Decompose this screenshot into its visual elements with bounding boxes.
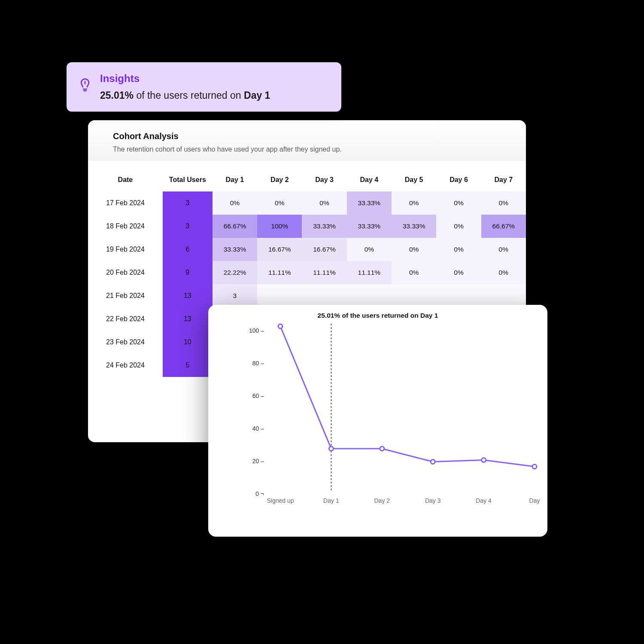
insights-title: Insights [100,73,270,85]
column-header: Day 3 [302,168,346,191]
retention-cell [481,284,526,307]
x-tick-label: Signed up [267,497,294,504]
retention-cell: 0% [213,191,257,215]
retention-cell [347,284,392,307]
x-tick-label: Day 2 [374,497,390,504]
retention-cell: 0% [392,191,436,215]
column-header: Date [88,168,163,191]
retention-cell: 0% [392,238,436,261]
retention-cell: 11.11% [347,261,392,284]
retention-cell: 33.33% [302,215,346,238]
retention-cell: 33.33% [213,238,257,261]
insights-content: Insights 25.01% of the users returned on… [100,73,270,101]
total-users-cell: 10 [163,331,213,354]
plot-area [268,326,535,489]
retention-cell: 33.33% [347,191,392,215]
date-cell: 24 Feb 2024 [88,354,163,377]
retention-series-line [280,326,535,467]
retention-cell: 0% [481,261,526,284]
retention-data-point[interactable] [329,447,333,451]
date-cell: 18 Feb 2024 [88,215,163,238]
retention-cell: 0% [436,191,481,215]
lightbulb-icon [79,75,91,92]
table-row: 21 Feb 2024133 [88,284,526,307]
x-tick-label: Day 1 [323,497,339,504]
retention-chart[interactable]: 020406080100 Signed upDay 1Day 2Day 3Day… [217,322,539,516]
retention-cell [392,284,436,307]
retention-cell: 3 [213,284,257,307]
date-cell: 21 Feb 2024 [88,284,163,307]
date-cell: 17 Feb 2024 [88,191,163,215]
x-tick-label: Day 4 [476,497,492,504]
insights-text: 25.01% of the users returned on Day 1 [100,90,270,101]
retention-data-point[interactable] [431,459,435,464]
retention-cell: 0% [302,191,346,215]
retention-cell: 0% [481,238,526,261]
retention-cell: 16.67% [302,238,346,261]
table-row: 19 Feb 2024633.33%16.67%16.67%0%0%0%0% [88,238,526,261]
retention-cell: 33.33% [347,215,392,238]
total-users-cell: 13 [163,284,213,307]
cohort-header-row: DateTotal UsersDay 1Day 2Day 3Day 4Day 5… [88,168,526,191]
retention-cell: 0% [392,261,436,284]
date-cell: 22 Feb 2024 [88,307,163,331]
y-tick-label: 100 [249,327,264,334]
cohort-header: Cohort Analysis The retention cohort of … [88,120,526,161]
y-tick-label: 80 [252,360,264,367]
retention-cell: 11.11% [302,261,346,284]
column-header: Day 4 [347,168,392,191]
column-header: Day 2 [257,168,302,191]
retention-cell [257,284,302,307]
retention-cell: 16.67% [257,238,302,261]
total-users-cell: 6 [163,238,213,261]
retention-cell: 0% [481,191,526,215]
total-users-cell: 3 [163,191,213,215]
retention-data-point[interactable] [278,324,283,328]
total-users-cell: 5 [163,354,213,377]
retention-cell: 22.22% [213,261,257,284]
insights-day: Day 1 [244,90,270,101]
insights-card: Insights 25.01% of the users returned on… [67,62,341,112]
retention-cell: 100% [257,215,302,238]
retention-data-point[interactable] [380,447,384,451]
total-users-cell: 9 [163,261,213,284]
retention-cell [302,284,346,307]
y-tick-label: 20 [252,458,264,465]
retention-cell: 0% [436,215,481,238]
y-axis: 020406080100 [217,326,268,489]
retention-cell: 11.11% [257,261,302,284]
retention-cell: 0% [436,238,481,261]
cohort-title: Cohort Analysis [113,131,509,141]
table-row: 20 Feb 2024922.22%11.11%11.11%11.11%0%0%… [88,261,526,284]
column-header: Day 1 [213,168,257,191]
insights-stat: 25.01% [100,90,134,101]
cohort-subtitle: The retention cohort of users who have u… [113,146,509,153]
total-users-cell: 13 [163,307,213,331]
retention-cell: 66.67% [481,215,526,238]
y-tick-label: 40 [252,425,264,432]
table-row: 17 Feb 202430%0%0%33.33%0%0%0% [88,191,526,215]
total-users-cell: 3 [163,215,213,238]
date-cell: 23 Feb 2024 [88,331,163,354]
retention-chart-card: 25.01% of the users returned on Day 1 02… [208,305,547,537]
column-header: Day 5 [392,168,436,191]
table-row: 18 Feb 2024366.67%100%33.33%33.33%33.33%… [88,215,526,238]
retention-cell [436,284,481,307]
retention-cell: 0% [347,238,392,261]
insights-mid: of the users returned on [134,90,244,101]
svg-point-1 [85,80,85,81]
retention-data-point[interactable] [532,465,537,469]
date-cell: 19 Feb 2024 [88,238,163,261]
retention-cell: 0% [257,191,302,215]
retention-cell: 0% [436,261,481,284]
retention-cell: 33.33% [392,215,436,238]
chart-title: 25.01% of the users returned on Day 1 [217,312,539,319]
retention-cell: 66.67% [213,215,257,238]
column-header: Day 6 [436,168,481,191]
retention-data-point[interactable] [482,458,486,462]
column-header: Total Users [163,168,213,191]
x-axis: Signed upDay 1Day 2Day 3Day 4Day [268,494,535,507]
date-cell: 20 Feb 2024 [88,261,163,284]
y-tick-label: 0 [255,490,264,497]
column-header: Day 7 [481,168,526,191]
